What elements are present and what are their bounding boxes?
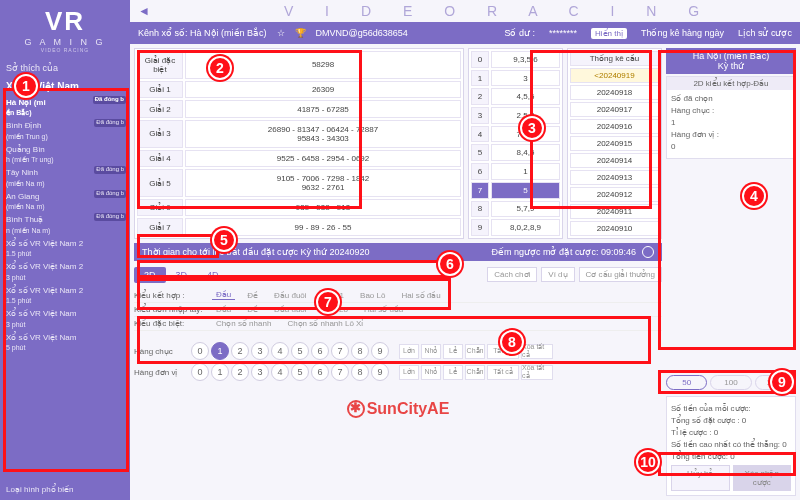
sidebar-fav[interactable]: Sở thích của [6, 63, 124, 73]
digit-button[interactable]: 7 [331, 363, 349, 381]
help-button[interactable]: Cách chơi [487, 267, 537, 282]
account-id: DMVND@g56d638654 [316, 28, 408, 38]
stats-row[interactable]: 20240916 [570, 119, 659, 134]
summary-line: Tổng tiền cược: 0 [671, 452, 791, 461]
bet-mode: 2D kiểu kết hợp-Đầu [667, 77, 795, 90]
balance-label: Số dư : [504, 28, 535, 38]
filter-option[interactable]: Chọn số nhanh [212, 319, 275, 328]
digit-button[interactable]: 9 [371, 342, 389, 360]
filter-option[interactable]: Hai số đầu [360, 305, 407, 314]
quick-button[interactable]: Chẵn [465, 365, 485, 380]
filter-option[interactable]: Đầu [212, 290, 235, 300]
dim-tab[interactable]: 4D [197, 267, 229, 283]
digit-button[interactable]: 3 [251, 342, 269, 360]
quick-button[interactable]: Xóa tất cả [521, 365, 553, 380]
sound-icon[interactable] [642, 246, 654, 258]
digit-button[interactable]: 3 [251, 363, 269, 381]
digit-button[interactable]: 6 [311, 363, 329, 381]
digit-button[interactable]: 5 [291, 363, 309, 381]
digit-button[interactable]: 1 [211, 342, 229, 360]
fav-star-icon[interactable]: ☆ [277, 28, 285, 38]
digit-button[interactable]: 4 [271, 342, 289, 360]
digit-button[interactable]: 2 [231, 342, 249, 360]
dim-tab[interactable]: 3D [166, 267, 198, 283]
stats-row[interactable]: 20240917 [570, 102, 659, 117]
quick-button[interactable]: Nhỏ [421, 365, 441, 380]
digit-button[interactable]: 8 [351, 363, 369, 381]
callout-6: 6 [438, 252, 462, 276]
quick-button[interactable]: Nhỏ [421, 344, 441, 359]
callout-7: 7 [316, 290, 340, 314]
sidebar-item[interactable]: Xổ số VR Việt Nam5 phút [6, 331, 124, 354]
help-button[interactable]: Ví dụ [541, 267, 574, 282]
summary-line: Số tiền cao nhất có thể thắng: 0 [671, 440, 791, 449]
digit-button[interactable]: 5 [291, 342, 309, 360]
filter-option[interactable]: Chọn số nhanh Lô Xỉ [283, 319, 367, 328]
cancel-button[interactable]: Hủy bỏ [671, 465, 730, 491]
sidebar-item[interactable]: Xổ số VR Việt Nam3 phút [6, 307, 124, 330]
show-balance-button[interactable]: Hiển thị [591, 28, 627, 39]
callout-4: 4 [742, 184, 766, 208]
balance-value: ******** [549, 28, 577, 38]
digit-button[interactable]: 8 [351, 342, 369, 360]
amount-chip[interactable]: 50 [666, 375, 707, 390]
digit-button[interactable]: 0 [191, 342, 209, 360]
stats-row[interactable]: 20240914 [570, 153, 659, 168]
stats-table: Thống kê cầu<202409192024091820240917202… [567, 48, 662, 239]
quick-button[interactable]: Lẻ [443, 344, 463, 359]
topbar: Kênh xổ số: Hà Nội (miền Bắc) ☆ 🏆 DMVND@… [130, 22, 800, 44]
confirm-button[interactable]: Xác nhận cược [733, 465, 792, 491]
filter-option[interactable]: Đầu [212, 305, 235, 314]
prize-table: Giải đặc biệt58298Giải 126309Giải 241875… [134, 48, 464, 239]
help-button[interactable]: Cơ cấu giải thưởng [579, 267, 662, 282]
digit-button[interactable]: 9 [371, 363, 389, 381]
stats-row[interactable]: 20240918 [570, 85, 659, 100]
stats-row[interactable]: <20240919 [570, 68, 659, 83]
sidebar-item[interactable]: Xổ số VR Việt Nam 23 phút [6, 260, 124, 283]
daily-stats-link[interactable]: Thống kê hàng ngày [641, 28, 724, 38]
sidebar-item[interactable]: Xổ số VR Việt Nam 21.5 phút [6, 237, 124, 260]
quick-button[interactable]: Lớn [399, 344, 419, 359]
filter-option[interactable]: Đề [243, 291, 262, 300]
quick-button[interactable]: Xóa tất cả [521, 344, 553, 359]
stats-row[interactable]: 20240915 [570, 136, 659, 151]
sidebar-item[interactable]: Bình Định(miền Trun g)Đã đóng b [6, 119, 124, 142]
announce-icon[interactable]: ◄ [138, 4, 164, 18]
filter-option[interactable]: Đầu đuôi [270, 305, 311, 314]
countdown-timer: Đếm ngược mở đặt cược: 09:09:46 [491, 247, 636, 257]
filter-option[interactable]: Hai số đầu [397, 291, 444, 300]
bet-region: Hà Nội (miền Bắc)Kỳ thứ [666, 48, 796, 74]
countdown-msg: Thời gian cho tới lúc bắt đầu đặt cược K… [142, 247, 370, 257]
digit-button[interactable]: 4 [271, 363, 289, 381]
sidebar-item[interactable]: An Giang(miền Na m)Đã đóng b [6, 190, 124, 213]
filter-option[interactable]: Đề [243, 305, 262, 314]
sidebar-item[interactable]: Xổ số VR Việt Nam 21.5 phút [6, 284, 124, 307]
digit-table: 09,3,5,61324,5,632,5,847,3,258,4,5617585… [468, 48, 563, 239]
dim-tab[interactable]: 2D [134, 267, 166, 283]
sidebar-item[interactable]: Quảng Bình (miền Tr ung) [6, 143, 124, 166]
sidebar-foot[interactable]: Loại hình phổ biến [6, 485, 124, 494]
quick-button[interactable]: Tất cả [487, 365, 519, 380]
stats-row[interactable]: 20240911 [570, 204, 659, 219]
digit-button[interactable]: 0 [191, 363, 209, 381]
amount-chip[interactable]: 100 [710, 375, 751, 390]
digit-button[interactable]: 6 [311, 342, 329, 360]
sidebar-item[interactable]: Tây Ninh(miền Na m)Đã đóng b [6, 166, 124, 189]
quick-button[interactable]: Lẻ [443, 365, 463, 380]
bet-history-link[interactable]: Lịch sử cược [738, 28, 792, 38]
filter-option[interactable]: Đầu đuôi [270, 291, 311, 300]
digit-button[interactable]: 7 [331, 342, 349, 360]
stats-row[interactable]: 20240912 [570, 187, 659, 202]
digit-button[interactable]: 1 [211, 363, 229, 381]
stats-row[interactable]: 20240910 [570, 221, 659, 236]
quick-button[interactable]: Chẵn [465, 344, 485, 359]
quick-button[interactable]: Lớn [399, 365, 419, 380]
sidebar-item[interactable]: Hà Nội (miền Bắc)Đã đóng b [6, 96, 124, 119]
filter-option[interactable]: Bao Lô [356, 291, 389, 300]
sidebar-item[interactable]: Bình Thuận (miền Na m)Đã đóng b [6, 213, 124, 236]
digit-button[interactable]: 2 [231, 363, 249, 381]
stats-row[interactable]: 20240913 [570, 170, 659, 185]
dimension-tabs: 2D3D4D Cách chơiVí dụCơ cấu giải thưởng [134, 265, 662, 284]
amount-label: Số tiền của mỗi cược: [671, 404, 791, 413]
unit-value: 0 [671, 142, 791, 151]
